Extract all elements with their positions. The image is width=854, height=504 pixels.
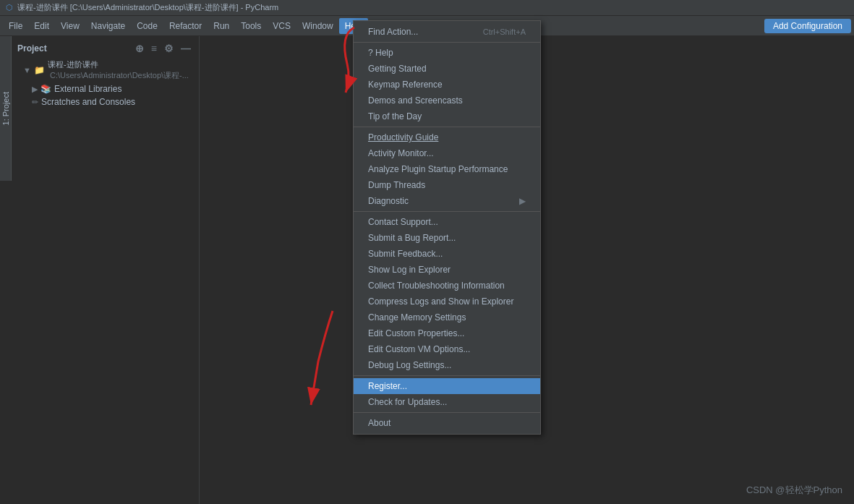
menu-submit-feedback[interactable]: Submit Feedback...	[354, 246, 540, 262]
tree-item-external-libraries[interactable]: ▶ 📚 External Libraries	[12, 82, 199, 95]
menu-submit-bug-report[interactable]: Submit a Bug Report...	[354, 230, 540, 246]
menu-item-tools[interactable]: Tools	[235, 18, 267, 34]
menu-item-run[interactable]: Run	[208, 18, 235, 34]
menu-about[interactable]: About	[354, 415, 540, 431]
menu-item-edit[interactable]: Edit	[28, 18, 55, 34]
menu-keymap-reference[interactable]: Keymap Reference	[354, 77, 540, 93]
menu-edit-custom-vm[interactable]: Edit Custom VM Options...	[354, 341, 540, 357]
folder-icon: 📁	[34, 65, 45, 75]
menu-item-view[interactable]: View	[55, 18, 85, 34]
menu-help[interactable]: ? Help	[354, 45, 540, 61]
app-icon: ⬡	[6, 3, 13, 12]
menu-dump-threads[interactable]: Dump Threads	[354, 177, 540, 193]
menu-debug-log-settings[interactable]: Debug Log Settings...	[354, 357, 540, 373]
tree-item-project-root[interactable]: ▼ 📁 课程-进阶课件 C:\Users\Administrator\Deskt…	[12, 58, 199, 82]
project-root-label: 课程-进阶课件 C:\Users\Administrator\Desktop\课…	[48, 59, 193, 81]
menu-item-navigate[interactable]: Navigate	[85, 18, 131, 34]
menu-diagnostic[interactable]: Diagnostic ▶	[354, 193, 540, 209]
menu-contact-support[interactable]: Contact Support...	[354, 214, 540, 230]
external-libraries-label: External Libraries	[54, 84, 121, 94]
project-panel-label: 1: Project	[1, 92, 10, 125]
tree-item-scratches[interactable]: ✏ Scratches and Consoles	[12, 95, 199, 108]
title-bar: ⬡ 课程-进阶课件 [C:\Users\Administrator\Deskto…	[0, 0, 854, 16]
menu-sep-4	[354, 375, 540, 376]
scope-icon[interactable]: ⊕	[133, 42, 146, 55]
menu-show-log[interactable]: Show Log in Explorer	[354, 262, 540, 278]
settings-icon[interactable]: ⚙	[162, 42, 176, 55]
menu-check-updates[interactable]: Check for Updates...	[354, 394, 540, 410]
menu-demos-screencasts[interactable]: Demos and Screencasts	[354, 93, 540, 108]
menu-item-vcs[interactable]: VCS	[267, 18, 296, 34]
project-panel-tab[interactable]: 1: Project	[0, 36, 12, 181]
menu-productivity-guide[interactable]: Productivity Guide	[354, 129, 540, 145]
project-title: Project	[17, 43, 47, 54]
menu-analyze-plugin[interactable]: Analyze Plugin Startup Performance	[354, 161, 540, 177]
add-configuration-button[interactable]: Add Configuration	[764, 19, 851, 33]
menu-item-file[interactable]: File	[3, 18, 28, 34]
title-text: 课程-进阶课件 [C:\Users\Administrator\Desktop\…	[17, 2, 278, 13]
menu-find-action[interactable]: Find Action... Ctrl+Shift+A	[354, 24, 540, 40]
menu-sep-3	[354, 211, 540, 212]
sidebar-header: Project ⊕ ≡ ⚙ —	[12, 39, 199, 58]
menu-edit-custom-props[interactable]: Edit Custom Properties...	[354, 325, 540, 341]
menu-tip-of-day[interactable]: Tip of the Day	[354, 108, 540, 124]
folder-open-icon: ▼	[23, 66, 31, 74]
watermark: CSDN @轻松学Python	[746, 484, 842, 497]
project-sidebar: Project ⊕ ≡ ⚙ — ▼ 📁 课程-进阶课件 C:\Users\Adm…	[12, 36, 200, 504]
menu-item-refactor[interactable]: Refactor	[163, 18, 208, 34]
menu-change-memory[interactable]: Change Memory Settings	[354, 309, 540, 325]
menu-getting-started[interactable]: Getting Started	[354, 61, 540, 77]
menu-item-window[interactable]: Window	[296, 18, 339, 34]
menu-collect-troubleshooting[interactable]: Collect Troubleshooting Information	[354, 278, 540, 294]
menu-compress-logs[interactable]: Compress Logs and Show in Explorer	[354, 294, 540, 309]
chevron-right-icon: ▶	[32, 85, 38, 94]
minimize-icon[interactable]: —	[179, 42, 193, 55]
menu-item-code[interactable]: Code	[131, 18, 163, 34]
sidebar-toolbar: ⊕ ≡ ⚙ —	[133, 42, 193, 55]
menu-register[interactable]: Register...	[354, 378, 540, 394]
scratch-icon: ✏	[32, 98, 38, 107]
submenu-arrow-icon: ▶	[519, 196, 526, 206]
scratches-label: Scratches and Consoles	[41, 97, 135, 107]
help-dropdown-menu: Find Action... Ctrl+Shift+A ? Help Getti…	[353, 20, 541, 435]
menu-sep-2	[354, 127, 540, 127]
menu-sep-5	[354, 412, 540, 413]
menu-activity-monitor[interactable]: Activity Monitor...	[354, 145, 540, 161]
external-libraries-icon: 📚	[40, 84, 51, 94]
collapse-icon[interactable]: ≡	[149, 42, 159, 55]
menu-sep-1	[354, 42, 540, 43]
